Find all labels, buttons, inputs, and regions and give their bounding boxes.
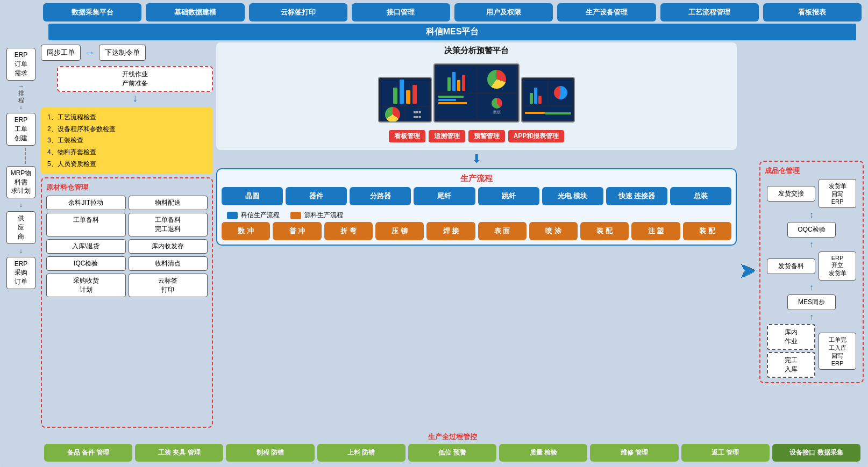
mgmt-tags-row: 看板管理 追溯管理 预警管理 APP和报表管理	[219, 130, 734, 142]
btn-cloud-print[interactable]: 云标签打印	[249, 3, 347, 21]
arrow-down-3: ↑	[809, 283, 814, 292]
btn-equipment-interface[interactable]: 设备接口 数据采集	[772, 444, 860, 462]
cloud-print: 云标签打印	[129, 274, 208, 297]
erp-work-arrow	[25, 148, 26, 164]
proc-bend: 折 弯	[324, 222, 373, 240]
tracing-mgmt-tag: 追溯管理	[429, 130, 465, 142]
delivery-prep: 发货备料	[767, 258, 815, 274]
proc-optoelec: 光电 模块	[542, 187, 603, 205]
btn-rework[interactable]: 返工 管理	[681, 444, 770, 462]
open-line-prep-box: 开线作业产前准备	[57, 66, 213, 92]
production-flow-title: 生产流程	[222, 174, 731, 184]
complete-inbound: 完工入库	[767, 352, 815, 378]
monitor-left: ■■■■■■	[378, 77, 432, 123]
checklist-box: 1、工艺流程检查 2、设备程序和参数检查 3、工装检查 4、物料齐套检查 5、人…	[41, 107, 213, 174]
btn-data-collection[interactable]: 数据采集平台	[43, 3, 141, 21]
btn-interface[interactable]: 接口管理	[352, 3, 450, 21]
legend-blue: 科信生产流程	[227, 211, 280, 220]
warning-mgmt-tag: 预警管理	[468, 130, 505, 142]
arrow-down-4: ↑	[809, 312, 814, 322]
arrow-to-issue: →	[85, 47, 95, 59]
raw-material-title: 原材料仓管理	[46, 183, 208, 192]
erp-purchase-arrow: ↓	[19, 246, 23, 255]
decision-platform-section: 决策分析预警平台	[216, 42, 737, 150]
proc-connector: 快速 连接器	[606, 187, 667, 205]
mes-sync: MES同步	[787, 294, 836, 310]
warehouse-ops: 库内收发存	[129, 239, 208, 254]
mes-platform-bar: 科信MES平台	[48, 24, 856, 40]
erp-work-box: ERP工单创建	[6, 113, 35, 145]
issue-order-box: 下达制令单	[99, 45, 146, 61]
blue-process-row: 晶圆 器件 分路器 尾纤 跳纤 光电 模块 快速 连接器 总装	[222, 187, 731, 205]
delivery-row: 发货交接 发货单回写ERP	[765, 179, 858, 208]
checklist-item-3: 3、工装检查	[47, 135, 207, 147]
btn-equipment[interactable]: 生产设备管理	[557, 3, 656, 21]
erp-issue-delivery: ERP开立发货单	[819, 252, 856, 281]
btn-process-flow[interactable]: 工艺流程管理	[660, 3, 759, 21]
orange-process-row: 数 冲 普 冲 折 弯 压 铆 焊 接 表 面 喷 涂 装 配 注 塑 装 配	[222, 222, 731, 240]
btn-base-data[interactable]: 基础数据建模	[146, 3, 244, 21]
checklist-item-5: 5、人员资质检查	[47, 159, 207, 170]
btn-process-poke[interactable]: 制程 防错	[226, 444, 314, 462]
warehouse-ops-box: 库内作业	[767, 324, 815, 350]
mrp-box: MRP物料需求计划	[6, 166, 35, 198]
supplier-box: 供应商	[6, 211, 35, 243]
green-buttons-row: 备品 备件 管理 工装 夹具 管理 制程 防错 上料 防错 低位 预警 质量 检…	[44, 444, 860, 462]
proc-mold: 注 塑	[631, 222, 680, 240]
btn-tooling[interactable]: 工装 夹具 管理	[135, 444, 223, 462]
finished-goods-section: 成品仓管理 发货交接 发货单回写ERP ↕ OQC检验 ↑	[759, 161, 864, 383]
btn-user-auth[interactable]: 用户及权限	[454, 3, 553, 21]
receive-count: 收料清点	[129, 256, 208, 271]
legend-orange-box	[290, 212, 301, 219]
oqc-check: OQC检验	[787, 222, 836, 238]
btn-quality-check[interactable]: 质量 检验	[499, 444, 587, 462]
work-order-complete-erp: 工单完工入库回写ERP	[819, 333, 856, 370]
supplier-arrow: ↓	[19, 200, 23, 209]
purchase-plan: 采购收货计划	[46, 274, 126, 297]
btn-spare-parts[interactable]: 备品 备件 管理	[44, 444, 132, 462]
proc-assembly: 总装	[670, 187, 731, 205]
erp-purchase-box: ERP采购订单	[6, 257, 35, 289]
warehouse-complete-col: 库内作业 完工入库	[767, 324, 815, 378]
diagram-container: 数据采集平台 基础数据建模 云标签打印 接口管理 用户及权限 生产设备管理 工艺…	[0, 0, 868, 467]
legend-blue-label: 科信生产流程	[241, 211, 280, 220]
proc-weld: 焊 接	[426, 222, 475, 240]
checklist-item-4: 4、物料齐套检查	[47, 147, 207, 159]
proc-device: 器件	[286, 187, 347, 205]
finished-goods-panel: ⮞ 成品仓管理 发货交接 发货单回写ERP ↕	[740, 42, 864, 428]
monitor-center: 数据	[433, 63, 520, 123]
storage-return: 入库\退货	[46, 239, 126, 254]
proc-patchcord: 跳纤	[478, 187, 539, 205]
production-flow-section: 生产流程 晶圆 器件 分路器 尾纤 跳纤 光电 模块 快速 连接器 总装	[216, 168, 737, 246]
iqc-check: IQC检验	[46, 256, 126, 271]
app-report-tag: APP和报表管理	[508, 130, 565, 142]
proc-pigtail: 尾纤	[414, 187, 475, 205]
proc-spray: 喷 涂	[529, 222, 578, 240]
btn-maintenance[interactable]: 维修 管理	[590, 444, 678, 462]
btn-feed-poke[interactable]: 上料 防错	[317, 444, 405, 462]
checklist-item-2: 2、设备程序和参数检查	[47, 124, 207, 135]
work-order-return: 工单备料完工退料	[129, 213, 208, 236]
proc-stamp: 数 冲	[222, 222, 270, 240]
schedule-label: →排程↓	[18, 83, 24, 111]
proc-assemble1: 装 配	[580, 222, 629, 240]
arrow-down-2: ↑	[809, 240, 814, 249]
surplus-jit: 余料JIT拉动	[46, 196, 126, 210]
warehouse-ops-row: 库内作业 完工入库 工单完工入库回写ERP	[765, 324, 858, 378]
proc-surface: 表 面	[478, 222, 527, 240]
legend-orange: 源料生产流程	[290, 211, 343, 220]
bottom-section: 生产全过程管控 备品 备件 管理 工装 夹具 管理 制程 防错 上料 防错 低位…	[41, 430, 864, 464]
erp-left-column: ERP订单需求 →排程↓ ERP工单创建 MRP物料需求计划 ↓ 供应商 ↓ E…	[4, 42, 38, 464]
legend-blue-box	[227, 212, 238, 219]
finished-goods-title: 成品仓管理	[765, 166, 858, 176]
kanban-mgmt-tag: 看板管理	[389, 130, 425, 142]
finished-goods-flow: 发货交接 发货单回写ERP ↕ OQC检验 ↑ 发货备料 E	[765, 179, 858, 378]
proc-splitter: 分路器	[350, 187, 411, 205]
btn-low-warning[interactable]: 低位 预警	[408, 444, 496, 462]
delivery-erp-return: 发货单回写ERP	[819, 179, 856, 208]
material-delivery: 物料配送	[129, 196, 208, 210]
proc-rivet: 压 铆	[375, 222, 424, 240]
legend-row: 科信生产流程 源料生产流程	[222, 209, 731, 222]
btn-kanban[interactable]: 看板报表	[763, 3, 862, 21]
raw-material-section: 原材料仓管理 余料JIT拉动 物料配送 工单备料 工单备料完工退料 入库\退货 …	[41, 177, 213, 428]
